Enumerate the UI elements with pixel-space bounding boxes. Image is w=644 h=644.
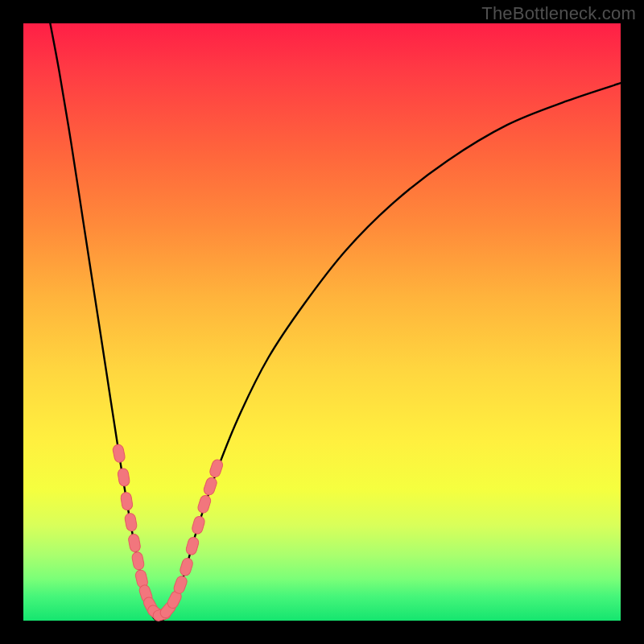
bottleneck-curve [50, 23, 621, 621]
curve-marker [185, 536, 200, 556]
outer-frame: TheBottleneck.com [0, 0, 644, 644]
curve-marker [208, 458, 224, 478]
curve-markers [112, 444, 224, 622]
curve-marker [203, 477, 218, 497]
watermark-text: TheBottleneck.com [481, 3, 636, 24]
curve-marker [196, 494, 212, 514]
curve-marker [112, 444, 126, 463]
curve-marker [131, 551, 145, 571]
curve-marker [179, 557, 194, 577]
curve-marker [128, 534, 142, 553]
curve-marker [120, 492, 133, 511]
plot-area [23, 23, 621, 621]
chart-svg [23, 23, 621, 621]
curve-marker [117, 468, 130, 487]
curve-marker [191, 515, 206, 535]
curve-marker [124, 513, 138, 532]
